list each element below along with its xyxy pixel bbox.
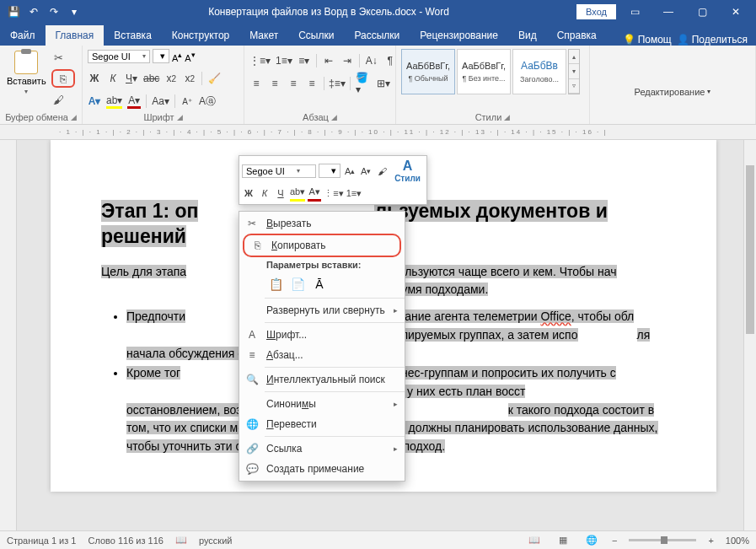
style-nospacing[interactable]: АаБбВвГг, ¶ Без инте... [457,49,511,94]
status-words[interactable]: Слово 116 из 116 [88,536,164,546]
maximize-icon[interactable]: ▢ [687,3,717,21]
highlight-icon[interactable]: ab▾ [106,94,122,109]
mini-styles-button[interactable]: AСтили [391,159,424,183]
subscript-icon[interactable]: x2 [164,71,178,86]
status-language[interactable]: русский [199,536,232,546]
mini-shrink-icon[interactable]: A▾ [359,163,373,180]
context-cut[interactable]: ✂ Вырезать [239,213,405,234]
borders-icon[interactable]: ⊞▾ [377,76,390,91]
horizontal-ruler[interactable]: · 1 · | · 1 · | · 2 · | · 3 · | · 4 · | … [0,125,756,140]
mini-bullets-icon[interactable]: ⋮≡▾ [324,185,343,202]
status-proofing-icon[interactable]: 📖 [175,535,187,546]
change-case-icon[interactable]: Aa▾ [152,94,169,109]
text-effects-icon[interactable]: A▾ [88,94,101,109]
tab-review[interactable]: Рецензирование [410,25,508,46]
cut-icon[interactable]: ✂ [51,51,67,64]
styles-scroll[interactable]: ▴▾▿ [568,49,580,94]
qat-more-icon[interactable]: ▾ [67,5,81,19]
strike-icon[interactable]: abc [143,71,159,86]
tab-home[interactable]: Главная [46,25,105,46]
mini-highlight-icon[interactable]: ab▾ [290,185,305,202]
align-right-icon[interactable]: ≡ [287,76,300,91]
context-smart-lookup[interactable]: 🔍 Интеллектуальный поиск [239,369,405,390]
tab-insert[interactable]: Вставка [104,25,162,46]
tab-references[interactable]: Ссылки [288,25,344,46]
tellme-button[interactable]: 💡 Помощ [623,34,672,46]
undo-icon[interactable]: ↶ [27,5,40,19]
mini-numbering-icon[interactable]: 1≡▾ [346,185,362,202]
decrease-indent-icon[interactable]: ⇤ [322,53,335,68]
zoom-in-icon[interactable]: + [708,536,713,546]
tab-layout[interactable]: Макет [239,25,288,46]
tab-file[interactable]: Файл [0,25,46,46]
bold-icon[interactable]: Ж [88,71,101,86]
tab-mailings[interactable]: Рассылки [344,25,410,46]
share-button[interactable]: 👤 Поделиться [677,34,748,46]
italic-icon[interactable]: К [106,71,120,86]
view-read-icon[interactable]: 📖 [526,534,543,547]
context-comment[interactable]: 💬 Создать примечание [239,459,405,479]
line-spacing-icon[interactable]: ‡≡▾ [330,76,345,91]
zoom-level[interactable]: 100% [726,536,749,546]
context-paragraph[interactable]: ≡ Абзац... [239,345,405,365]
vertical-scrollbar[interactable] [743,140,756,530]
clear-format-icon[interactable]: 🧹 [207,71,221,86]
sort-icon[interactable]: A↓ [365,53,378,68]
paste-merge-icon[interactable]: 📄 [288,275,307,293]
multilevel-icon[interactable]: ≡▾ [298,53,311,68]
status-page[interactable]: Страница 1 из 1 [7,536,76,546]
redo-icon[interactable]: ↷ [47,5,61,19]
show-marks-icon[interactable]: ¶ [383,53,397,68]
style-heading1[interactable]: АаБбВв Заголово... [512,49,566,94]
view-print-icon[interactable]: ▦ [555,534,571,547]
login-button[interactable]: Вход [576,4,616,19]
increase-indent-icon[interactable]: ⇥ [340,53,354,68]
context-link[interactable]: 🔗 Ссылка ▸ [239,439,405,459]
minimize-icon[interactable]: — [653,3,684,21]
align-left-icon[interactable]: ≡ [249,76,263,91]
mini-underline-icon[interactable]: Ч [274,185,287,202]
font-size-combo[interactable]: ▾ [153,49,169,63]
font-name-combo[interactable]: Segoe UI▾ [88,50,150,63]
mini-bold-icon[interactable]: Ж [242,185,255,202]
context-synonyms[interactable]: Синонимы ▸ [239,394,405,414]
justify-icon[interactable]: ≡ [305,76,319,91]
ribbon-options-icon[interactable]: ▭ [619,3,650,21]
mini-font-color-icon[interactable]: A▾ [308,185,321,202]
numbering-icon[interactable]: 1≡▾ [276,53,292,68]
mini-grow-icon[interactable]: A▴ [343,163,357,180]
copy-icon[interactable]: ⎘ [56,72,71,85]
grow-font-icon[interactable]: A▴ [172,50,182,63]
vertical-ruler[interactable] [0,140,17,530]
close-icon[interactable]: ✕ [721,3,751,21]
shrink-font-icon[interactable]: A▾ [185,50,195,63]
context-copy[interactable]: ⎘ Копировать [244,235,399,256]
paste-text-only-icon[interactable]: Ā [310,275,329,293]
style-normal[interactable]: АаБбВвГг, ¶ Обычный [401,49,455,94]
context-translate[interactable]: 🌐 Перевести [239,414,405,434]
context-font[interactable]: A Шрифт... [239,325,405,345]
paste-button[interactable]: Вставить ▾ [5,49,48,97]
editing-button[interactable]: Редактирование ▾ [635,87,711,97]
tab-help[interactable]: Справка [547,25,607,46]
font-color-icon[interactable]: A▾ [127,94,141,109]
underline-icon[interactable]: Ч▾ [125,71,138,86]
shading-icon[interactable]: 🪣▾ [356,76,372,91]
charmap-icon[interactable]: A⁺ [180,94,194,109]
view-web-icon[interactable]: 🌐 [583,534,600,547]
superscript-icon[interactable]: x2 [183,71,196,86]
save-icon[interactable]: 💾 [7,5,20,19]
styles-gallery[interactable]: АаБбВвГг, ¶ Обычный АаБбВвГг, ¶ Без инте… [401,49,580,94]
mini-italic-icon[interactable]: К [258,185,271,202]
format-painter-icon[interactable]: 🖌 [51,93,67,106]
phonetic-icon[interactable]: Aⓐ [199,94,216,109]
align-center-icon[interactable]: ≡ [268,76,281,91]
zoom-slider[interactable] [629,539,696,541]
context-expand[interactable]: Развернуть или свернуть ▸ [239,300,405,320]
bullets-icon[interactable]: ⋮≡▾ [249,53,271,68]
tab-design[interactable]: Конструктор [162,25,239,46]
mini-format-painter-icon[interactable]: 🖌 [375,163,389,180]
mini-font-combo[interactable]: Segoe UI▾ [242,164,316,178]
paste-keep-format-icon[interactable]: 📋 [266,275,285,293]
tab-view[interactable]: Вид [508,25,547,46]
